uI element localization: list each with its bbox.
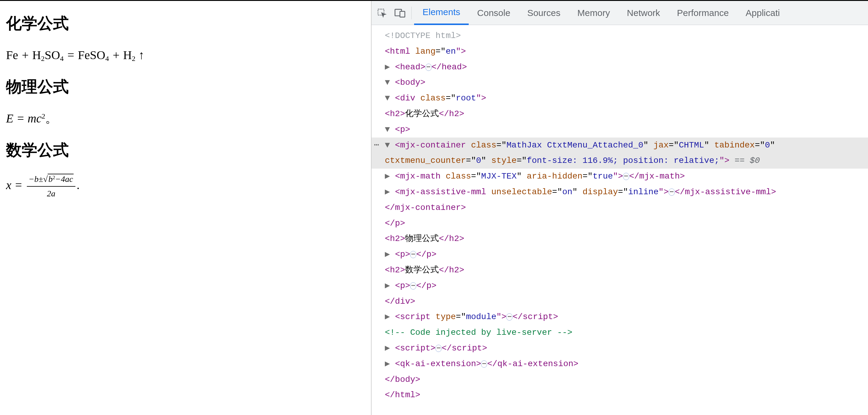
heading-math: 数学公式 [6,140,365,161]
formula-physics: E = mc2。 [6,109,365,128]
more-actions-icon[interactable]: ⋯ [374,137,379,153]
elements-tree[interactable]: <!DOCTYPE html> <html lang="en"> ▶ <head… [372,25,868,415]
selected-node[interactable]: ⋯ ▼ <mjx-container class="MathJax CtxtMe… [372,137,868,153]
ellipsis-icon[interactable]: ⋯ [506,313,513,321]
expand-toggle[interactable]: ▶ [385,250,395,259]
tab-application[interactable]: Applicati [737,1,788,25]
expand-toggle[interactable]: ▶ [385,187,395,197]
expand-toggle[interactable]: ▼ [385,140,395,150]
expand-toggle[interactable]: ▶ [385,312,395,321]
expand-toggle[interactable]: ▶ [385,359,395,369]
tab-console[interactable]: Console [469,1,519,25]
ellipsis-icon[interactable]: ⋯ [623,173,629,180]
heading-physics: 物理公式 [6,76,365,97]
tab-sources[interactable]: Sources [519,1,569,25]
devtools-panel: Elements Console Sources Memory Network … [371,1,868,415]
expand-toggle[interactable]: ▶ [385,62,395,72]
tab-memory[interactable]: Memory [569,1,618,25]
toolbar-separator [411,7,412,19]
inspect-icon[interactable] [374,5,390,21]
expand-toggle[interactable]: ▶ [385,171,395,181]
device-toggle-icon[interactable] [392,5,408,21]
expand-toggle[interactable]: ▶ [385,281,395,290]
tab-network[interactable]: Network [619,1,669,25]
tab-elements[interactable]: Elements [414,1,469,25]
ellipsis-icon[interactable]: ⋯ [426,64,432,71]
ellipsis-icon[interactable]: ⋯ [410,251,416,258]
ellipsis-icon[interactable]: ⋯ [435,345,441,352]
heading-chemistry: 化学公式 [6,13,365,34]
node-doctype[interactable]: <!DOCTYPE html> [385,31,461,40]
ellipsis-icon[interactable]: ⋯ [669,189,675,196]
ellipsis-icon[interactable]: ⋯ [410,282,416,290]
rendered-page: 化学公式 Fe + H2SO4 = FeSO4 + H2 ↑ 物理公式 E = … [0,1,371,415]
ellipsis-icon[interactable]: ⋯ [481,360,487,368]
node-comment[interactable]: <!-- Code injected by live-server --> [385,328,572,337]
tab-performance[interactable]: Performance [669,1,737,25]
svg-rect-2 [400,11,405,17]
expand-toggle[interactable]: ▼ [385,78,395,87]
expand-toggle[interactable]: ▼ [385,125,395,134]
formula-chemistry: Fe + H2SO4 = FeSO4 + H2 ↑ [6,46,365,64]
expand-toggle[interactable]: ▶ [385,344,395,353]
expand-toggle[interactable]: ▼ [385,94,395,103]
devtools-tabstrip: Elements Console Sources Memory Network … [372,1,868,25]
formula-math: x = −b±b2−4ac2a. [6,173,365,200]
